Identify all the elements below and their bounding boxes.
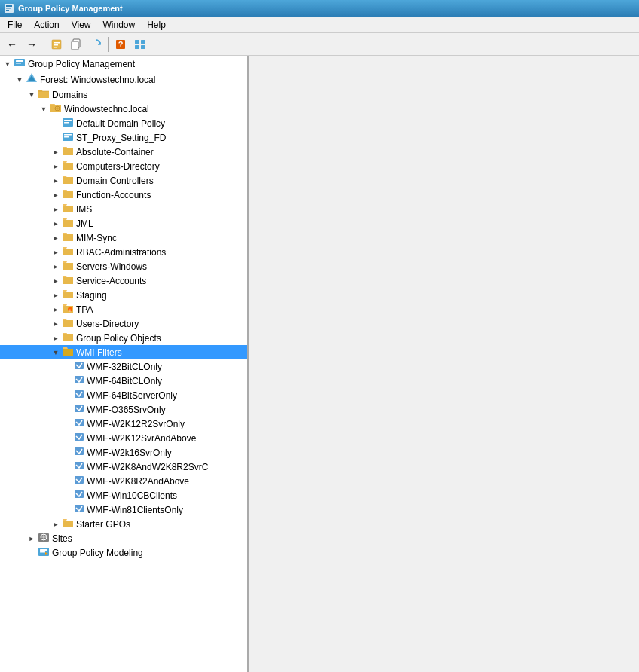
view-button[interactable] bbox=[131, 35, 149, 53]
tree-item-wmf-w2k12r2[interactable]: WMF-W2K12R2SvrOnly bbox=[0, 417, 247, 431]
tree-item-forest[interactable]: ▼ Forest: Windowstechno.local bbox=[0, 72, 247, 87]
expand-domains[interactable]: ▼ bbox=[26, 89, 38, 101]
expand-servers[interactable]: ► bbox=[50, 261, 62, 273]
wmi-filter-icon-3 bbox=[74, 389, 84, 402]
title-bar-text: Group Policy Management bbox=[18, 4, 636, 13]
expand-rbac[interactable]: ► bbox=[50, 246, 62, 258]
tree-item-computers-dir[interactable]: ► Computers-Directory bbox=[0, 159, 247, 173]
expand-absolute[interactable]: ► bbox=[50, 146, 62, 158]
tree-item-domain-controllers[interactable]: ► Domain Controllers bbox=[0, 173, 247, 188]
svg-rect-26 bbox=[64, 134, 72, 136]
tree-item-wmf-64bit-server[interactable]: WMF-64BitServerOnly bbox=[0, 388, 247, 402]
folder-icon-mim bbox=[62, 231, 74, 244]
tree-item-users-dir[interactable]: ► Users-Directory bbox=[0, 316, 247, 331]
tree-item-wmf-w2k16[interactable]: WMF-W2k16SvrOnly bbox=[0, 445, 247, 460]
tree-item-tpa[interactable]: ► i TPA bbox=[0, 302, 247, 316]
tree-item-function-accounts[interactable]: ► Function-Accounts bbox=[0, 188, 247, 202]
users-dir-label: Users-Directory bbox=[76, 319, 139, 329]
tree-item-wmf-32bit[interactable]: WMF-32BitCLOnly bbox=[0, 359, 247, 374]
svg-rect-14 bbox=[135, 45, 139, 49]
svg-rect-5 bbox=[54, 42, 60, 44]
tree-item-jml[interactable]: ► JML bbox=[0, 216, 247, 231]
expand-forest[interactable]: ▼ bbox=[14, 74, 26, 86]
tree-item-sites[interactable]: ► Sites bbox=[0, 531, 247, 545]
tree-item-wmf-o365[interactable]: WMF-O365SrvOnly bbox=[0, 402, 247, 417]
tree-item-wmf-64bit-cl[interactable]: WMF-64BitCLOnly bbox=[0, 374, 247, 388]
back-button[interactable]: ← bbox=[3, 35, 21, 53]
menu-window[interactable]: Window bbox=[97, 18, 142, 32]
expand-wmi[interactable]: ▼ bbox=[50, 347, 62, 359]
tree-item-gpm[interactable]: ▼ Group Policy Management bbox=[0, 56, 247, 72]
wmi-filter-icon-2 bbox=[74, 374, 84, 387]
wmf-64bit-cl-label: WMF-64BitCLOnly bbox=[87, 376, 162, 386]
expand-gpo-objects[interactable]: ► bbox=[50, 332, 62, 344]
main-layout: ▼ Group Policy Management ▼ bbox=[0, 56, 639, 672]
expand-ims[interactable]: ► bbox=[50, 203, 62, 215]
forest-icon bbox=[26, 72, 38, 87]
tree-item-starter-gpos[interactable]: ► Starter GPOs bbox=[0, 517, 247, 531]
tpa-icon: i bbox=[62, 303, 74, 316]
tree-item-rbac[interactable]: ► RBAC-Administrations bbox=[0, 245, 247, 259]
expand-dc[interactable]: ► bbox=[50, 175, 62, 187]
tree-item-domain[interactable]: ▼ Windowstechno.local bbox=[0, 102, 247, 116]
domains-label: Domains bbox=[52, 90, 87, 100]
expand-service[interactable]: ► bbox=[50, 275, 62, 287]
wmf-w2k12svr-label: WMF-W2K12SvrAndAbove bbox=[87, 433, 196, 444]
copy-button[interactable] bbox=[67, 35, 85, 53]
tree-item-wmf-w2k8r2[interactable]: WMF-W2K8R2AndAbove bbox=[0, 474, 247, 488]
expand-domain[interactable]: ▼ bbox=[38, 103, 50, 115]
tree-item-service-accounts[interactable]: ► Service-Accounts bbox=[0, 273, 247, 288]
service-accounts-label: Service-Accounts bbox=[76, 276, 146, 286]
folder-icon-service bbox=[62, 274, 74, 287]
tree-item-wmf-win10[interactable]: WMF-Win10CBClients bbox=[0, 488, 247, 502]
tree-item-staging[interactable]: ► Staging bbox=[0, 288, 247, 302]
tree-item-wmf-win81[interactable]: WMF-Win81ClientsOnly bbox=[0, 502, 247, 517]
forest-label: Forest: Windowstechno.local bbox=[40, 75, 155, 85]
refresh-button[interactable] bbox=[87, 35, 105, 53]
absolute-container-label: Absolute-Container bbox=[76, 147, 154, 157]
expand-gpm[interactable]: ▼ bbox=[2, 58, 14, 70]
tree-panel[interactable]: ▼ Group Policy Management ▼ bbox=[0, 56, 249, 672]
gpo-objects-label: Group Policy Objects bbox=[76, 333, 161, 344]
folder-icon-users bbox=[62, 317, 74, 330]
expand-tpa[interactable]: ► bbox=[50, 304, 62, 316]
tree-item-wmf-w2k12svr[interactable]: WMF-W2K12SvrAndAbove bbox=[0, 431, 247, 445]
help-button[interactable]: ? bbox=[112, 35, 130, 53]
svg-rect-1 bbox=[6, 5, 12, 7]
tree-item-default-domain-policy[interactable]: Default Domain Policy bbox=[0, 116, 247, 130]
wmi-filter-icon-5 bbox=[74, 417, 84, 430]
menu-action[interactable]: Action bbox=[28, 18, 65, 32]
tree-item-domains[interactable]: ▼ Domains bbox=[0, 87, 247, 102]
mim-sync-label: MIM-Sync bbox=[76, 233, 117, 243]
properties-button[interactable] bbox=[47, 35, 66, 53]
tree-item-st-proxy[interactable]: ST_Proxy_Setting_FD bbox=[0, 130, 247, 145]
expand-computers[interactable]: ► bbox=[50, 160, 62, 173]
tree-item-mim-sync[interactable]: ► MIM-Sync bbox=[0, 231, 247, 245]
default-domain-policy-label: Default Domain Policy bbox=[76, 118, 165, 129]
expand-starter[interactable]: ► bbox=[50, 518, 62, 530]
menu-view[interactable]: View bbox=[66, 18, 97, 32]
expand-function[interactable]: ► bbox=[50, 189, 62, 201]
expand-users[interactable]: ► bbox=[50, 318, 62, 330]
toolbar: ← → ? bbox=[0, 33, 639, 56]
tree-item-ims[interactable]: ► IMS bbox=[0, 202, 247, 216]
tree-node-root: ▼ Group Policy Management ▼ bbox=[0, 56, 247, 560]
tree-item-servers-windows[interactable]: ► Servers-Windows bbox=[0, 259, 247, 273]
menu-file[interactable]: File bbox=[2, 18, 28, 32]
expand-sites[interactable]: ► bbox=[26, 533, 38, 545]
tree-item-gpo-objects[interactable]: ► Group Policy Objects bbox=[0, 331, 247, 345]
wmi-filter-icon-6 bbox=[74, 432, 84, 444]
tree-item-gpm-modeling[interactable]: Group Policy Modeling bbox=[0, 545, 247, 560]
wmf-win10-label: WMF-Win10CBClients bbox=[87, 490, 177, 501]
tree-item-absolute-container[interactable]: ► Absolute-Container bbox=[0, 145, 247, 159]
wmf-w2k8r2-label: WMF-W2K8R2AndAbove bbox=[87, 476, 189, 487]
expand-staging[interactable]: ► bbox=[50, 289, 62, 301]
svg-rect-23 bbox=[64, 120, 72, 121]
expand-jml[interactable]: ► bbox=[50, 218, 62, 230]
wmi-filter-icon-10 bbox=[74, 489, 84, 502]
expand-mim[interactable]: ► bbox=[50, 232, 62, 244]
tree-item-wmi-filters[interactable]: ▼ WMI Filters bbox=[0, 345, 247, 359]
forward-button[interactable]: → bbox=[23, 35, 41, 53]
menu-help[interactable]: Help bbox=[141, 18, 172, 32]
tree-item-wmf-w2k8and[interactable]: WMF-W2K8AndW2K8R2SvrC bbox=[0, 460, 247, 474]
